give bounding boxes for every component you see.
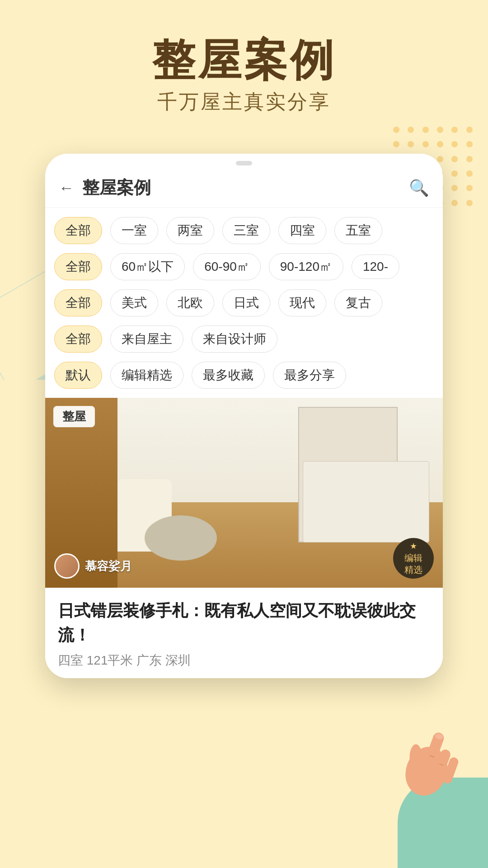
card-user-row: 慕容娑月 <box>54 553 132 579</box>
room-cabinet <box>303 461 429 542</box>
filter-tag-editor-pick[interactable]: 编辑精选 <box>110 362 183 389</box>
filter-tag-60-90[interactable]: 60-90㎡ <box>193 253 261 280</box>
filter-tag-from-owner[interactable]: 来自屋主 <box>110 326 183 353</box>
star-icon: ★ <box>410 541 417 552</box>
filter-tag-all-style[interactable]: 全部 <box>54 289 102 316</box>
avatar <box>54 553 80 579</box>
card-meta: 四室 121平米 广东 深圳 <box>58 652 430 669</box>
filter-tag-5room[interactable]: 五室 <box>334 217 382 244</box>
phone-topbar <box>45 154 443 168</box>
filter-tag-japanese[interactable]: 日式 <box>222 289 270 316</box>
card-section[interactable]: 整屋 ★ 编辑 精选 慕容娑月 日式错层装修手札：既有私人空间又不耽误彼此交流！… <box>45 398 443 678</box>
card-content: 日式错层装修手札：既有私人空间又不耽误彼此交流！ 四室 121平米 广东 深圳 <box>45 588 443 678</box>
user-name: 慕容娑月 <box>85 558 132 574</box>
filter-tag-90-120[interactable]: 90-120㎡ <box>269 253 343 280</box>
phone-mockup: ← 整屋案例 🔍 全部 一室 两室 三室 四室 五室 全部 60㎡以下 60-9… <box>45 154 443 678</box>
filter-tag-all-room[interactable]: 全部 <box>54 217 102 244</box>
filter-row-sort: 默认 编辑精选 最多收藏 最多分享 <box>54 357 434 393</box>
card-image-wrapper: 整屋 ★ 编辑 精选 慕容娑月 <box>45 398 443 588</box>
filter-row-source: 全部 来自屋主 来自设计师 <box>54 321 434 357</box>
avatar-image <box>56 555 78 577</box>
filter-tag-modern[interactable]: 现代 <box>278 289 326 316</box>
filter-tag-all-source[interactable]: 全部 <box>54 326 102 353</box>
filter-tag-nordic[interactable]: 北欧 <box>166 289 214 316</box>
filter-tag-most-saved[interactable]: 最多收藏 <box>192 362 265 389</box>
filter-tag-1room[interactable]: 一室 <box>110 217 158 244</box>
filter-tag-60below[interactable]: 60㎡以下 <box>110 253 185 280</box>
filter-tag-3room[interactable]: 三室 <box>222 217 270 244</box>
filter-section: 全部 一室 两室 三室 四室 五室 全部 60㎡以下 60-90㎡ 90-120… <box>45 208 443 398</box>
filter-tag-120plus[interactable]: 120- <box>352 255 399 279</box>
filter-tag-all-area[interactable]: 全部 <box>54 253 102 280</box>
top-section: 整屋案例 千万屋主真实分享 <box>0 36 488 115</box>
main-title: 整屋案例 <box>0 36 488 84</box>
filter-tag-american[interactable]: 美式 <box>110 289 158 316</box>
page-title: 整屋案例 <box>82 176 409 199</box>
editor-badge-line1: 编辑 <box>404 552 422 564</box>
svg-point-4 <box>409 744 422 771</box>
filter-row-room-type: 全部 一室 两室 三室 四室 五室 <box>54 212 434 249</box>
back-button[interactable]: ← <box>59 179 74 197</box>
filter-tag-vintage[interactable]: 复古 <box>334 289 382 316</box>
filter-row-style: 全部 美式 北欧 日式 现代 复古 <box>54 285 434 321</box>
filter-tag-2room[interactable]: 两室 <box>166 217 214 244</box>
filter-row-area: 全部 60㎡以下 60-90㎡ 90-120㎡ 120- <box>54 249 434 285</box>
sub-title: 千万屋主真实分享 <box>0 89 488 115</box>
filter-tag-default[interactable]: 默认 <box>54 362 102 389</box>
filter-tag-most-shared[interactable]: 最多分享 <box>273 362 346 389</box>
search-icon[interactable]: 🔍 <box>409 179 429 198</box>
filter-tag-from-designer[interactable]: 来自设计师 <box>192 326 277 353</box>
phone-notch <box>236 161 252 165</box>
editor-badge-line2: 精选 <box>404 564 422 576</box>
card-headline: 日式错层装修手札：既有私人空间又不耽误彼此交流！ <box>58 599 430 647</box>
filter-tag-4room[interactable]: 四室 <box>278 217 326 244</box>
card-type-badge: 整屋 <box>53 406 95 427</box>
editor-pick-badge: ★ 编辑 精选 <box>393 538 434 579</box>
search-bar: ← 整屋案例 🔍 <box>45 168 443 208</box>
room-ottoman <box>145 515 217 561</box>
